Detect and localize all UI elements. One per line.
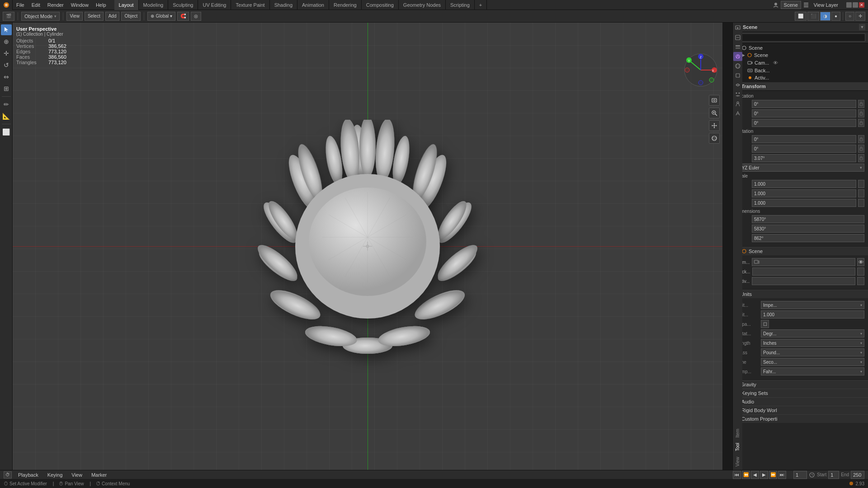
keying-header[interactable]: ▶ Keying Sets	[733, 389, 868, 397]
close-btn[interactable]: ✕	[859, 2, 864, 8]
active-prop-field[interactable]	[752, 277, 855, 285]
select-tool[interactable]	[1, 24, 12, 35]
prev-keyframe-btn[interactable]: ⏪	[742, 471, 750, 479]
tree-active[interactable]: Activ...	[733, 74, 868, 81]
move-tool[interactable]: ✛	[1, 48, 12, 59]
scene-section-header[interactable]: ▶ Scene	[733, 247, 868, 255]
marker-menu[interactable]: Marker	[89, 471, 109, 479]
keying-menu[interactable]: Keying	[45, 471, 66, 479]
workspace-shading[interactable]: Shading	[270, 0, 297, 10]
rotation-mode-field[interactable]: XYZ Euler ▾	[736, 164, 864, 172]
playback-menu[interactable]: Playback	[15, 471, 41, 479]
camera-eye-icon[interactable]: 👁	[857, 258, 864, 266]
length-unit-field[interactable]: Inches ▾	[761, 339, 864, 347]
custom-props-header[interactable]: ▶ Custom Properti	[733, 414, 868, 423]
pan-icon[interactable]	[709, 120, 720, 131]
annotate-tool[interactable]: ✏	[1, 99, 12, 110]
view-layer-tab[interactable]	[733, 42, 742, 52]
solid-btn[interactable]: ⬛	[807, 12, 819, 21]
rot-z-lock[interactable]	[858, 154, 864, 162]
view-label[interactable]: View	[734, 454, 741, 469]
scale-x-lock[interactable]	[858, 180, 864, 188]
jump-start-btn[interactable]: ⏮	[733, 471, 741, 479]
wireframe-btn[interactable]: ⬜	[795, 12, 807, 21]
loc-y-lock[interactable]	[858, 109, 864, 117]
menu-render[interactable]: Render	[44, 0, 67, 10]
transform-tool[interactable]: ⊞	[1, 83, 12, 94]
workspace-modeling[interactable]: Modeling	[139, 0, 169, 10]
view-menu[interactable]: View	[69, 471, 85, 479]
blender-logo[interactable]	[0, 0, 13, 10]
loc-x-field[interactable]: 0°	[752, 100, 856, 108]
view-layer-label[interactable]: View Layer	[811, 2, 841, 8]
rotate-tool[interactable]: ↺	[1, 60, 12, 70]
workspace-animation[interactable]: Animation	[297, 0, 329, 10]
camera-visible-icon[interactable]: 👁	[772, 60, 779, 66]
workspace-sculpting[interactable]: Sculpting	[168, 0, 198, 10]
separate-toggle[interactable]: ☐	[761, 320, 769, 328]
play-reverse-btn[interactable]: ◀	[751, 471, 759, 479]
add-btn[interactable]: Add	[105, 12, 120, 21]
object-tab[interactable]	[733, 71, 742, 80]
rotation-unit-field[interactable]: Degr... ▾	[761, 329, 864, 338]
camera-view-icon[interactable]	[709, 95, 720, 106]
modifier-tab[interactable]	[733, 80, 742, 89]
zoom-icon[interactable]	[709, 108, 720, 118]
search-box[interactable]	[736, 33, 865, 42]
rendered-btn[interactable]: ●	[831, 12, 840, 21]
minimize-btn[interactable]	[846, 2, 852, 8]
physics-tab[interactable]	[733, 99, 742, 108]
editor-type-btn[interactable]: 🎬	[3, 12, 14, 21]
object-btn[interactable]: Object	[121, 12, 141, 21]
scale-z-lock[interactable]	[858, 199, 864, 207]
units-header[interactable]: ▾ Units	[733, 290, 868, 298]
workspace-geometry-nodes[interactable]: Geometry Nodes	[399, 0, 446, 10]
audio-header[interactable]: ▶ Audio	[733, 397, 868, 406]
workspace-add[interactable]: +	[475, 0, 487, 10]
mass-unit-field[interactable]: Pound... ▾	[761, 348, 864, 357]
tool-label[interactable]: Tool	[734, 440, 741, 454]
tree-scene-nested[interactable]: ▶ Scene	[733, 52, 868, 59]
cursor-tool[interactable]: ⊕	[1, 36, 12, 47]
navigation-gizmo[interactable]: X Y Z	[683, 52, 719, 88]
scene-selector[interactable]: Scene	[781, 1, 801, 9]
rot-x-lock[interactable]	[858, 135, 864, 143]
dim-y-field[interactable]: 5830°	[752, 225, 864, 233]
start-frame-field[interactable]: 1	[828, 471, 839, 479]
particles-tab[interactable]	[733, 90, 742, 99]
tree-back[interactable]: Back...	[733, 67, 868, 74]
world-tab[interactable]	[733, 61, 742, 70]
play-btn[interactable]: ▶	[760, 471, 768, 479]
end-frame-field[interactable]: 250	[851, 471, 864, 479]
tree-scene[interactable]: ▶ Scene	[733, 44, 868, 52]
orbit-icon[interactable]	[709, 133, 720, 144]
add-cube-tool[interactable]: ⬜	[1, 127, 12, 137]
constraints-tab[interactable]	[733, 109, 742, 118]
temp-unit-field[interactable]: Fahr... ▾	[761, 367, 864, 375]
scale-y-field[interactable]: 1.000	[752, 189, 856, 197]
output-tab[interactable]	[733, 33, 742, 42]
workspace-layout[interactable]: Layout	[114, 0, 139, 10]
menu-help[interactable]: Help	[92, 0, 110, 10]
back-prop-field[interactable]	[752, 267, 855, 276]
material-preview-btn[interactable]: ◑	[820, 12, 830, 21]
workspace-texture-paint[interactable]: Texture Paint	[231, 0, 269, 10]
overlay-btn[interactable]: ○	[845, 12, 854, 21]
loc-y-field[interactable]: 0°	[752, 109, 856, 117]
dim-x-field[interactable]: 5870°	[752, 215, 864, 223]
rigid-body-header[interactable]: ▶ Rigid Body Worl	[733, 406, 868, 414]
measure-tool[interactable]: 📐	[1, 111, 12, 122]
time-unit-field[interactable]: Seco... ▾	[761, 358, 864, 366]
rot-x-field[interactable]: 0°	[752, 135, 856, 143]
scale-z-field[interactable]: 1.000	[752, 199, 856, 207]
menu-file[interactable]: File	[13, 0, 28, 10]
back-eye-icon[interactable]	[857, 267, 864, 276]
loc-z-lock[interactable]	[858, 119, 864, 127]
select-btn[interactable]: Select	[85, 12, 104, 21]
workspace-scripting[interactable]: Scripting	[446, 0, 475, 10]
current-frame-field[interactable]: 1	[793, 471, 807, 479]
tree-camera[interactable]: Cam... 👁	[733, 59, 868, 67]
unit-system-field[interactable]: Impe... ▾	[761, 301, 864, 309]
loc-x-lock[interactable]	[858, 100, 864, 108]
view-btn[interactable]: View	[66, 12, 83, 21]
